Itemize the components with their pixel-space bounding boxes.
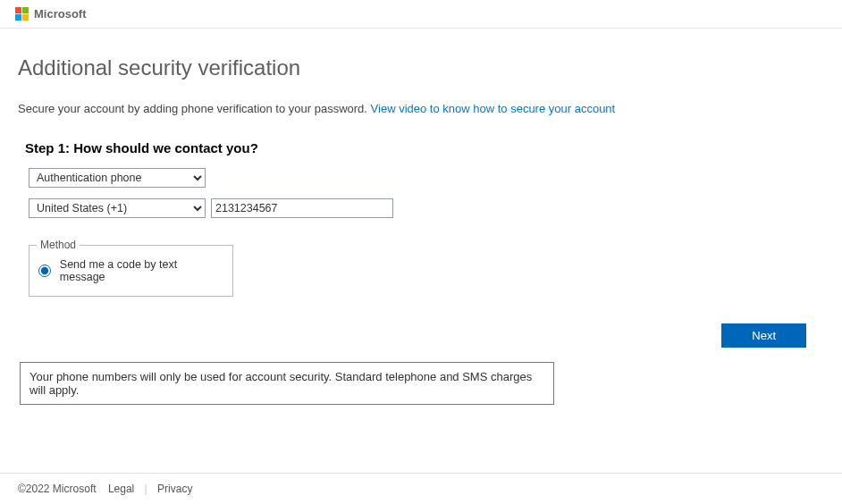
country-code-select[interactable]: United States (+1) <box>29 198 206 218</box>
next-button[interactable]: Next <box>721 323 806 348</box>
subtitle-text: Secure your account by adding phone veri… <box>18 102 371 115</box>
footer: ©2022 Microsoft Legal | Privacy <box>0 473 842 504</box>
footer-legal-link[interactable]: Legal <box>108 483 134 495</box>
phone-row: United States (+1) <box>18 198 824 218</box>
microsoft-logo-icon <box>14 7 29 21</box>
footer-copyright: ©2022 Microsoft <box>18 483 97 495</box>
text-message-radio-label: Send me a code by text message <box>60 258 223 283</box>
content: Additional security verification Secure … <box>0 29 842 423</box>
contact-method-select[interactable]: Authentication phone <box>29 168 206 188</box>
method-row: Authentication phone <box>18 168 824 188</box>
page-title: Additional security verification <box>18 55 824 80</box>
phone-number-input[interactable] <box>211 198 393 218</box>
notice-box: Your phone numbers will only be used for… <box>20 362 554 405</box>
next-row: Next <box>18 323 824 348</box>
radio-row[interactable]: Send me a code by text message <box>38 258 223 283</box>
method-legend: Method <box>37 239 80 251</box>
footer-separator: | <box>145 483 147 495</box>
step-title: Step 1: How should we contact you? <box>18 140 824 155</box>
text-message-radio[interactable] <box>38 265 51 277</box>
footer-privacy-link[interactable]: Privacy <box>157 483 192 495</box>
method-fieldset: Method Send me a code by text message <box>29 245 233 297</box>
subtitle-link[interactable]: View video to know how to secure your ac… <box>371 102 616 115</box>
brand-name: Microsoft <box>34 7 87 21</box>
subtitle: Secure your account by adding phone veri… <box>18 102 824 115</box>
header: Microsoft <box>0 0 842 29</box>
